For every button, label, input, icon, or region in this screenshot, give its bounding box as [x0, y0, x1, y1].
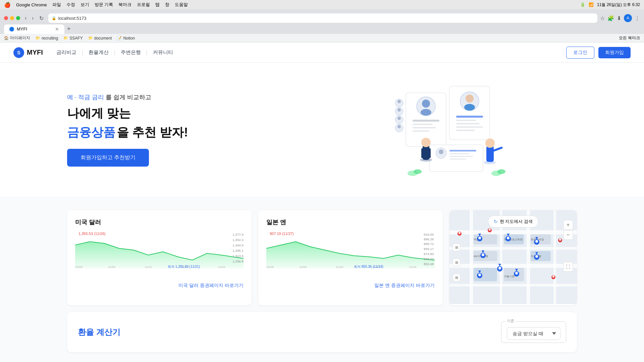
signup-button[interactable]: 회원가입	[598, 47, 631, 58]
usd-link[interactable]: 미국 달러 증권페이지 바로가기	[75, 283, 244, 289]
bookmark-mypages-label: 마이페이지	[10, 35, 30, 41]
svg-text:955.17: 955.17	[424, 247, 434, 251]
browser-toolbar: ‹ › ↻ 🔒 localhost:5173 ☆ 🧩 ⬇ A ⋮	[0, 12, 644, 24]
svg-point-44	[497, 169, 505, 174]
nav-rate-comparison[interactable]: 금리비교	[54, 48, 79, 57]
active-tab[interactable]: MYFI ✕	[4, 24, 64, 34]
navbar-right: 로그인 회원가입	[566, 47, 631, 59]
map-search-label: 현 지도에서 검색	[500, 219, 533, 225]
svg-point-94	[478, 237, 481, 239]
hero-subtitle-rest: 를 쉽게 비교하고	[106, 94, 151, 101]
svg-rect-71	[449, 230, 577, 234]
close-button[interactable]	[4, 16, 8, 20]
calc-basis-select[interactable]: 송금 받으실 때송금 하실 때	[507, 327, 560, 340]
svg-point-42	[414, 169, 422, 174]
bookmark-mypages[interactable]: 🏠 마이페이지	[4, 35, 30, 41]
login-button[interactable]: 로그인	[566, 47, 594, 59]
reload-button[interactable]: ↻	[37, 14, 46, 22]
bookmark-star-icon[interactable]: ☆	[600, 15, 605, 21]
svg-rect-16	[456, 130, 475, 131]
apple-icon[interactable]: 🍎	[4, 2, 11, 8]
location-refresh-icon: ↻	[494, 219, 498, 224]
bookmark-document[interactable]: 📁 document	[88, 36, 112, 41]
back-button[interactable]: ‹	[23, 14, 29, 22]
traffic-lights	[4, 16, 20, 20]
address-bar[interactable]: 🔒 localhost:5173	[48, 13, 597, 23]
hero-svg	[386, 83, 513, 177]
minimize-button[interactable]	[10, 16, 14, 20]
profile-icon[interactable]: A	[624, 14, 632, 22]
hero-content: 예 · 적금 금리 를 쉽게 비교하고 나에게 맞는 금융상품 을 추천 받자!…	[67, 93, 322, 167]
hero-cta-button[interactable]: 회원가입하고 추천받기	[67, 149, 149, 167]
download-icon[interactable]: ⬇	[617, 15, 621, 21]
hero-highlight-row: 금융상품 을 추천 받자!	[67, 124, 322, 141]
usd-card-title: 미국 달러	[75, 218, 244, 226]
brand-icon: S	[13, 47, 24, 58]
menu-edit[interactable]: 수정	[66, 2, 75, 8]
bookmark-ssafy[interactable]: 📁 SSAFY	[63, 36, 83, 41]
svg-text:1,377.00: 1,377.00	[232, 233, 244, 236]
svg-point-20	[397, 108, 401, 112]
bookmark-recruiting[interactable]: 📁 recruiting	[36, 36, 58, 41]
new-tab-button[interactable]: +	[64, 24, 73, 34]
bookmarks-all[interactable]: 모든 북마크	[619, 35, 640, 41]
svg-point-100	[482, 253, 484, 256]
svg-rect-75	[470, 210, 473, 304]
map-search-button[interactable]: ↻ 현 지도에서 검색	[488, 216, 538, 228]
address-text: localhost:5173	[58, 16, 87, 21]
nav-exchange-calc[interactable]: 환율계산	[86, 48, 111, 57]
bookmark-notion[interactable]: 📝 Notion	[117, 36, 135, 41]
svg-point-39	[485, 138, 495, 148]
menu-file[interactable]: 파일	[52, 2, 61, 8]
time-display: 11월 26일(일) 오후 6:32	[597, 2, 640, 8]
navbar-left: S MYFI 금리비교 | 환율계산 | 주변은행 | 커뮤니티	[13, 47, 176, 58]
bookmarks-bar: 🏠 마이페이지 📁 recruiting 📁 SSAFY 📁 document …	[0, 34, 644, 43]
nav-separator-3: |	[146, 50, 148, 55]
brand-icon-letter: S	[17, 50, 20, 55]
svg-point-121	[559, 239, 561, 241]
svg-text:1,295.16: 1,295.16	[232, 249, 244, 252]
menu-icon[interactable]: ⋮	[635, 15, 640, 21]
menu-window[interactable]: 창	[165, 2, 169, 8]
svg-rect-72	[449, 247, 577, 250]
extension-icon[interactable]: 🧩	[607, 15, 614, 21]
svg-rect-14	[456, 123, 480, 124]
menu-bookmarks[interactable]: 북마크	[118, 2, 131, 8]
svg-text:895.72: 895.72	[424, 242, 434, 246]
tab-close-button[interactable]: ✕	[55, 26, 59, 32]
maximize-button[interactable]	[16, 16, 20, 20]
menu-help[interactable]: 도움말	[175, 2, 188, 8]
nav-nearby-bank[interactable]: 주변은행	[118, 48, 144, 57]
menu-chrome[interactable]: Google Chrome	[16, 2, 47, 7]
svg-text:⊞: ⊞	[455, 245, 458, 249]
svg-text:11/04: 11/04	[299, 265, 307, 268]
calc-title-plain: 환율	[78, 327, 94, 337]
menu-profile[interactable]: 프로필	[137, 2, 150, 8]
svg-text:11/24: 11/24	[409, 265, 417, 268]
svg-text:−: −	[567, 232, 570, 238]
menu-history[interactable]: 방문 기록	[95, 2, 113, 8]
svg-point-3	[422, 100, 430, 108]
app-navbar: S MYFI 금리비교 | 환율계산 | 주변은행 | 커뮤니티 로그인 회원가…	[0, 43, 644, 63]
svg-point-117	[459, 232, 461, 234]
menu-view[interactable]: 보기	[80, 2, 89, 8]
forward-button[interactable]: ›	[30, 14, 36, 22]
calc-row: 기준 송금 받으실 때송금 하실 때	[501, 321, 566, 343]
svg-text:+: +	[567, 222, 570, 228]
bookmark-recruiting-label: recruiting	[42, 36, 58, 41]
nav-community[interactable]: 커뮤니티	[150, 48, 176, 57]
menu-tab[interactable]: 탭	[155, 2, 160, 8]
svg-text:853.48: 853.48	[424, 262, 434, 266]
jpy-link[interactable]: 일본 엔 증권페이지 바로가기	[266, 283, 435, 289]
svg-text:896.28: 896.28	[424, 237, 434, 241]
svg-point-22	[397, 117, 401, 120]
svg-rect-74	[449, 284, 577, 287]
lock-icon: 🔒	[52, 16, 56, 20]
brand[interactable]: S MYFI	[13, 47, 43, 58]
nav-links: 금리비교 | 환율계산 | 주변은행 | 커뮤니티	[54, 48, 176, 57]
svg-point-34	[421, 138, 431, 147]
usd-chart-svg: 1,377.00 1,352.44 1,344.00 1,295.16 1,31…	[75, 232, 244, 268]
recruiting-icon: 📁	[36, 36, 40, 41]
bookmarks-all-label: 모든 북마크	[619, 36, 640, 40]
svg-marker-45	[75, 242, 244, 268]
